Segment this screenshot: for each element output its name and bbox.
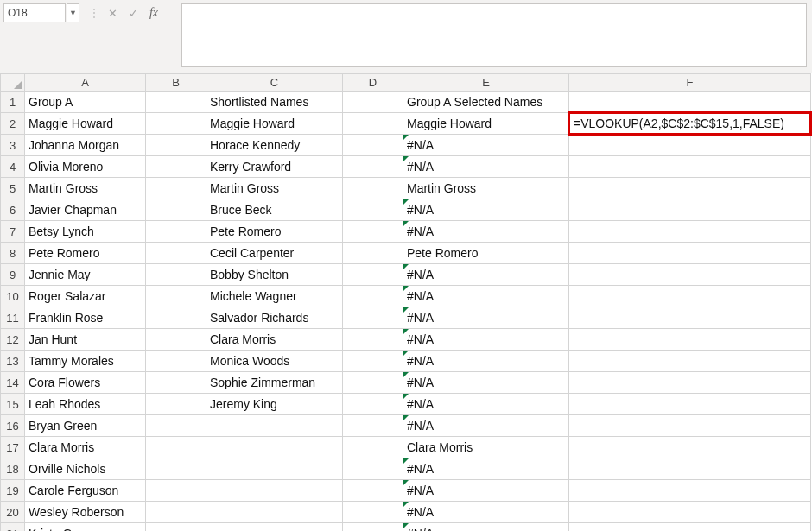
- cell-D15[interactable]: [343, 394, 403, 415]
- cell-D17[interactable]: [343, 437, 403, 458]
- cell-D2[interactable]: [343, 113, 403, 135]
- insert-function-button[interactable]: fx: [143, 3, 164, 22]
- cell-E18[interactable]: #N/A: [403, 458, 569, 480]
- name-box-dropdown[interactable]: ▼: [67, 3, 79, 22]
- cell-E11[interactable]: #N/A: [403, 307, 569, 329]
- cell-A14[interactable]: Cora Flowers: [25, 372, 146, 394]
- cell-A16[interactable]: Bryan Green: [25, 415, 146, 437]
- cell-A6[interactable]: Javier Chapman: [25, 199, 146, 221]
- cell-B1[interactable]: [146, 92, 206, 113]
- cell-F1[interactable]: [569, 92, 811, 113]
- cell-C6[interactable]: Bruce Beck: [206, 199, 343, 221]
- cell-B18[interactable]: [146, 458, 206, 480]
- cell-E6[interactable]: #N/A: [403, 199, 569, 221]
- cell-E8[interactable]: Pete Romero: [403, 243, 569, 264]
- cell-E5[interactable]: Martin Gross: [403, 178, 569, 199]
- cell-F9[interactable]: [569, 264, 811, 286]
- cell-D19[interactable]: [343, 480, 403, 502]
- cell-E20[interactable]: #N/A: [403, 502, 569, 523]
- cell-F4[interactable]: [569, 156, 811, 178]
- cell-B6[interactable]: [146, 199, 206, 221]
- cell-F21[interactable]: [569, 523, 811, 532]
- cell-F15[interactable]: [569, 394, 811, 415]
- cell-D10[interactable]: [343, 286, 403, 307]
- cell-F13[interactable]: [569, 351, 811, 372]
- cell-F12[interactable]: [569, 329, 811, 351]
- cell-D14[interactable]: [343, 372, 403, 394]
- cell-E1[interactable]: Group A Selected Names: [403, 92, 569, 113]
- row-header[interactable]: 11: [1, 307, 25, 329]
- cell-E7[interactable]: #N/A: [403, 221, 569, 243]
- cell-B21[interactable]: [146, 523, 206, 532]
- cell-F11[interactable]: [569, 307, 811, 329]
- cell-C8[interactable]: Cecil Carpenter: [206, 243, 343, 264]
- cell-B2[interactable]: [146, 113, 206, 135]
- cell-C1[interactable]: Shortlisted Names: [206, 92, 343, 113]
- cell-E21[interactable]: #N/A: [403, 523, 569, 532]
- row-header[interactable]: 3: [1, 135, 25, 156]
- cell-C9[interactable]: Bobby Shelton: [206, 264, 343, 286]
- cell-B11[interactable]: [146, 307, 206, 329]
- cell-C13[interactable]: Monica Woods: [206, 351, 343, 372]
- cell-D16[interactable]: [343, 415, 403, 437]
- cell-C20[interactable]: [206, 502, 343, 523]
- cell-E13[interactable]: #N/A: [403, 351, 569, 372]
- cell-C21[interactable]: [206, 523, 343, 532]
- row-header[interactable]: 15: [1, 394, 25, 415]
- cell-B20[interactable]: [146, 502, 206, 523]
- row-header[interactable]: 7: [1, 221, 25, 243]
- cell-A17[interactable]: Clara Morris: [25, 437, 146, 458]
- row-header[interactable]: 20: [1, 502, 25, 523]
- cell-C12[interactable]: Clara Morris: [206, 329, 343, 351]
- row-header[interactable]: 17: [1, 437, 25, 458]
- cell-B14[interactable]: [146, 372, 206, 394]
- cell-F5[interactable]: [569, 178, 811, 199]
- row-header[interactable]: 12: [1, 329, 25, 351]
- name-box[interactable]: O18: [3, 3, 66, 22]
- col-header-D[interactable]: D: [343, 74, 403, 92]
- cell-C3[interactable]: Horace Kennedy: [206, 135, 343, 156]
- cell-F19[interactable]: [569, 480, 811, 502]
- cell-A9[interactable]: Jennie May: [25, 264, 146, 286]
- cell-B13[interactable]: [146, 351, 206, 372]
- cell-F16[interactable]: [569, 415, 811, 437]
- cell-A11[interactable]: Franklin Rose: [25, 307, 146, 329]
- col-header-F[interactable]: F: [569, 74, 811, 92]
- cell-B8[interactable]: [146, 243, 206, 264]
- cell-A12[interactable]: Jan Hunt: [25, 329, 146, 351]
- cell-E15[interactable]: #N/A: [403, 394, 569, 415]
- cell-E2[interactable]: Maggie Howard: [403, 113, 569, 135]
- cell-F18[interactable]: [569, 458, 811, 480]
- cell-D8[interactable]: [343, 243, 403, 264]
- cell-F17[interactable]: [569, 437, 811, 458]
- col-header-A[interactable]: A: [25, 74, 146, 92]
- worksheet-grid[interactable]: A B C D E F 1Group AShortlisted NamesGro…: [0, 73, 812, 531]
- row-header[interactable]: 19: [1, 480, 25, 502]
- cell-A18[interactable]: Orville Nichols: [25, 458, 146, 480]
- cell-C10[interactable]: Michele Wagner: [206, 286, 343, 307]
- cell-F14[interactable]: [569, 372, 811, 394]
- cell-B7[interactable]: [146, 221, 206, 243]
- select-all-corner[interactable]: [1, 74, 25, 92]
- row-header[interactable]: 13: [1, 351, 25, 372]
- cell-C17[interactable]: [206, 437, 343, 458]
- cell-C16[interactable]: [206, 415, 343, 437]
- row-header[interactable]: 8: [1, 243, 25, 264]
- cell-A15[interactable]: Leah Rhodes: [25, 394, 146, 415]
- cell-C14[interactable]: Sophie Zimmerman: [206, 372, 343, 394]
- cell-B17[interactable]: [146, 437, 206, 458]
- cell-D5[interactable]: [343, 178, 403, 199]
- cell-F20[interactable]: [569, 502, 811, 523]
- cell-A10[interactable]: Roger Salazar: [25, 286, 146, 307]
- cell-A7[interactable]: Betsy Lynch: [25, 221, 146, 243]
- cell-A8[interactable]: Pete Romero: [25, 243, 146, 264]
- cell-E14[interactable]: #N/A: [403, 372, 569, 394]
- row-header[interactable]: 2: [1, 113, 25, 135]
- cell-E12[interactable]: #N/A: [403, 329, 569, 351]
- cell-F10[interactable]: [569, 286, 811, 307]
- cell-E17[interactable]: Clara Morris: [403, 437, 569, 458]
- cell-C4[interactable]: Kerry Crawford: [206, 156, 343, 178]
- row-header[interactable]: 9: [1, 264, 25, 286]
- cell-C2[interactable]: Maggie Howard: [206, 113, 343, 135]
- row-header[interactable]: 21: [1, 523, 25, 532]
